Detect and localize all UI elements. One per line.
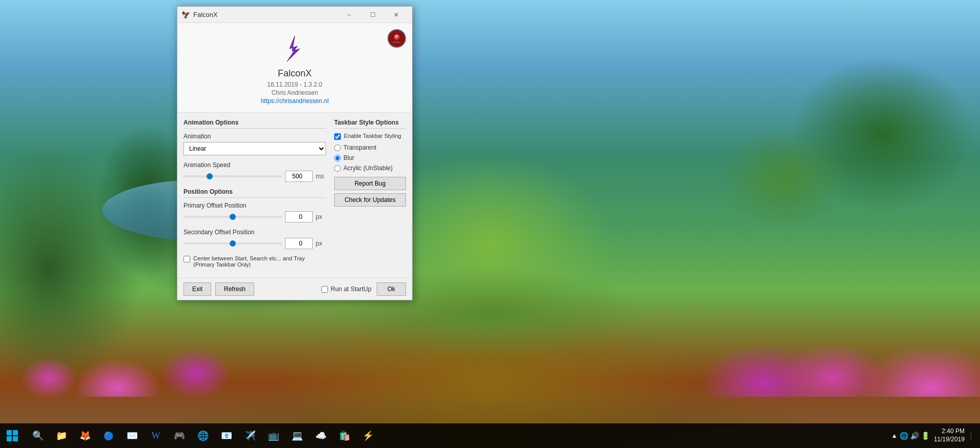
secondary-unit: px: [316, 240, 326, 247]
terminal-icon: 💻: [292, 430, 303, 441]
mail-icon[interactable]: ✉️: [121, 424, 144, 447]
secondary-slider-row: px: [183, 238, 326, 249]
network-icon[interactable]: 🌐: [900, 432, 908, 440]
run-startup-checkbox[interactable]: [321, 286, 328, 293]
center-checkbox[interactable]: [183, 256, 190, 262]
maximize-button[interactable]: ☐: [361, 7, 384, 23]
store-app-icon: 🛍️: [339, 430, 350, 441]
chevron-up-icon[interactable]: ▲: [891, 432, 897, 439]
media-icon[interactable]: 📺: [262, 424, 285, 447]
run-startup-label[interactable]: Run at StartUp: [331, 286, 371, 293]
ok-button[interactable]: Ok: [377, 282, 406, 296]
primary-offset-label: Primary Offset Position: [183, 202, 326, 209]
animation-section-title: Animation Options: [183, 119, 326, 129]
gaming-icon: 🎮: [174, 430, 185, 441]
onedrive-icon[interactable]: ☁️: [310, 424, 332, 447]
app-website-link[interactable]: https://chrisandriessen.nl: [261, 97, 329, 105]
enable-taskbar-label[interactable]: Enable Taskbar Styling: [344, 133, 401, 139]
cortana-icon[interactable]: 🔵: [97, 424, 120, 447]
speed-slider-row: ms: [183, 171, 326, 182]
taskbar-style-radio-group: Transparent Blur Acrylic (UnStable): [334, 144, 406, 172]
app-author-label: Chris Andriessen: [272, 89, 318, 96]
volume-icon[interactable]: 🔊: [910, 432, 919, 440]
word-icon[interactable]: W: [145, 424, 167, 447]
center-checkbox-row: Center between Start, Search etc... and …: [183, 255, 326, 268]
app-window: 🦅 FalconX − ☐ ✕ FalconX 16.11.2019 - 1.3…: [177, 6, 413, 300]
speed-unit: ms: [316, 173, 326, 180]
blur-radio[interactable]: [334, 155, 341, 161]
acrylic-radio-row: Acrylic (UnStable): [334, 165, 406, 172]
secondary-offset-label: Secondary Offset Position: [183, 229, 326, 236]
outlook-app-icon: 📧: [221, 430, 232, 441]
primary-unit: px: [316, 213, 326, 220]
taskbar-style-section-title: Taskbar Style Options: [334, 119, 406, 129]
svg-rect-3: [13, 430, 18, 435]
taskbar-pinned-icons: 🔍 📁 🦊 🔵 ✉️ W 🎮 🌐 �: [25, 424, 381, 447]
speed-slider[interactable]: [183, 175, 282, 177]
right-panel: Taskbar Style Options Enable Taskbar Sty…: [334, 119, 406, 272]
svg-rect-2: [7, 430, 12, 435]
desktop: 🦅 FalconX − ☐ ✕ FalconX 16.11.2019 - 1.3…: [0, 0, 980, 448]
edge-icon[interactable]: 🌐: [192, 424, 214, 447]
minimize-button[interactable]: −: [337, 7, 361, 23]
telegram-icon[interactable]: ✈️: [239, 424, 261, 447]
system-tray: ▲ 🌐 🔊 🔋 2:40 PM 11/19/2019: [885, 427, 980, 443]
acrylic-label[interactable]: Acrylic (UnStable): [343, 165, 393, 172]
tray-icons: ▲ 🌐 🔊 🔋: [891, 432, 930, 440]
show-desktop-button[interactable]: [971, 432, 974, 439]
email-icon: ✉️: [127, 430, 138, 441]
firefox-icon[interactable]: 🦊: [74, 424, 96, 447]
enable-taskbar-row: Enable Taskbar Styling: [334, 133, 406, 140]
svg-rect-5: [13, 436, 18, 441]
flowers-decoration: [0, 304, 980, 397]
windows-logo-icon: [6, 430, 18, 442]
primary-offset-slider[interactable]: [183, 216, 282, 218]
word-app-icon: W: [151, 431, 160, 441]
cloud-icon: ☁️: [315, 430, 326, 441]
primary-offset-input[interactable]: [285, 211, 313, 222]
secondary-slider-wrapper: [183, 242, 282, 245]
run-startup-row: Run at StartUp: [321, 286, 371, 293]
secondary-offset-slider[interactable]: [183, 242, 282, 245]
refresh-button[interactable]: Refresh: [215, 282, 254, 296]
start-button[interactable]: [0, 423, 25, 448]
left-panel: Animation Options Animation Linear Ease …: [183, 119, 326, 272]
search-icon: 🔍: [32, 430, 44, 441]
window-titlebar: 🦅 FalconX − ☐ ✕: [177, 7, 412, 23]
blur-radio-row: Blur: [334, 154, 406, 161]
enable-taskbar-checkbox[interactable]: [334, 133, 341, 140]
check-updates-button[interactable]: Check for Updates: [334, 193, 406, 207]
game-icon[interactable]: 🎮: [168, 424, 191, 447]
file-explorer-icon[interactable]: 📁: [50, 424, 73, 447]
transparent-label[interactable]: Transparent: [343, 144, 376, 151]
store-icon[interactable]: 🛍️: [333, 424, 356, 447]
window-title-icon: 🦅: [181, 11, 190, 19]
folder-icon: 📁: [56, 430, 67, 441]
animation-label: Animation: [183, 133, 326, 140]
secondary-offset-input[interactable]: [285, 238, 313, 249]
blur-label[interactable]: Blur: [343, 154, 354, 161]
search-taskbar-icon[interactable]: 🔍: [27, 424, 49, 447]
powershell-icon[interactable]: 💻: [286, 424, 309, 447]
acrylic-radio[interactable]: [334, 165, 341, 172]
window-controls: − ☐ ✕: [337, 7, 408, 23]
exit-button[interactable]: Exit: [183, 282, 211, 296]
transparent-radio-row: Transparent: [334, 144, 406, 151]
options-area: Animation Options Animation Linear Ease …: [177, 113, 412, 278]
primary-slider-row: px: [183, 211, 326, 222]
report-bug-button[interactable]: Report Bug: [334, 177, 406, 190]
close-button[interactable]: ✕: [384, 7, 408, 23]
center-label[interactable]: Center between Start, Search etc... and …: [193, 255, 326, 268]
transparent-radio[interactable]: [334, 145, 341, 151]
svg-rect-4: [7, 436, 12, 441]
app-version-label: 16.11.2019 - 1.3.2.0: [267, 81, 322, 88]
outlook-icon[interactable]: 📧: [215, 424, 238, 447]
avatar-button[interactable]: P: [387, 29, 406, 48]
app-logo: [279, 33, 310, 64]
edge-browser-icon: 🌐: [197, 430, 209, 441]
battery-icon[interactable]: 🔋: [921, 432, 930, 440]
falconx-taskbar-icon[interactable]: ⚡: [357, 424, 379, 447]
speed-input[interactable]: [285, 171, 313, 182]
animation-dropdown[interactable]: Linear Ease Ease In Ease Out Ease In Out: [183, 142, 326, 155]
system-clock[interactable]: 2:40 PM 11/19/2019: [934, 427, 965, 443]
